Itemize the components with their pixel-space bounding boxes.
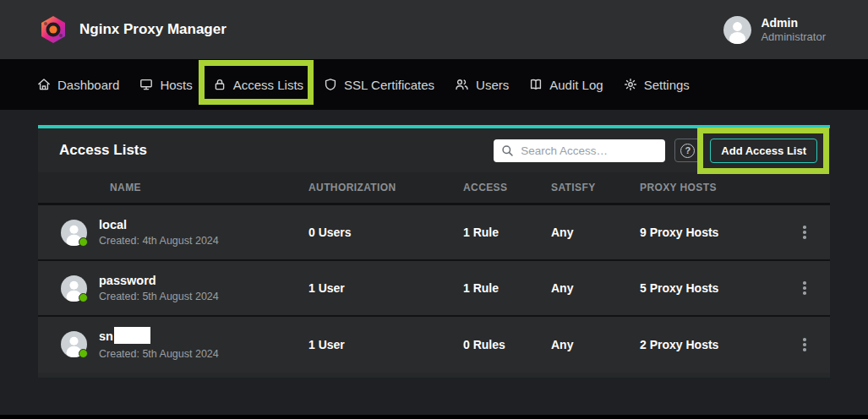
access-value: 1 Rule: [463, 226, 551, 239]
row-avatar: [61, 220, 87, 246]
redaction-box: [114, 327, 150, 344]
nav-label: Dashboard: [57, 78, 119, 92]
app-logo-icon: [39, 15, 68, 44]
help-circle-icon: ?: [680, 144, 695, 158]
gear-icon: [624, 78, 637, 91]
satisfy-value: Any: [551, 226, 640, 239]
user-avatar: [723, 16, 751, 44]
satisfy-value: Any: [551, 281, 640, 295]
access-value: 0 Rules: [463, 338, 551, 351]
top-bar: Nginx Proxy Manager Admin Administrator: [0, 0, 868, 59]
main-nav: Dashboard Hosts Access Lists SSL Certifi…: [0, 59, 868, 110]
lock-icon: [213, 78, 227, 91]
column-header-proxy-hosts: PROXY HOSTS: [640, 182, 779, 193]
table-header-row: NAME AUTHORIZATION ACCESS SATISFY PROXY …: [38, 172, 830, 205]
access-list-created: Created: 5th August 2024: [99, 347, 219, 361]
home-icon: [37, 78, 51, 91]
search-icon: [501, 144, 514, 157]
access-list-name: local: [99, 217, 219, 232]
nav-label: Users: [476, 78, 509, 92]
status-dot: [79, 293, 88, 302]
nav-item-audit-log[interactable]: Audit Log: [529, 78, 603, 92]
authorization-value: 0 Users: [308, 226, 463, 239]
nav-item-dashboard[interactable]: Dashboard: [37, 78, 119, 92]
satisfy-value: Any: [551, 338, 640, 351]
status-dot: [79, 349, 88, 358]
nav-item-ssl-certificates[interactable]: SSL Certificates: [324, 78, 434, 92]
proxy-hosts-value: 2 Proxy Hosts: [640, 338, 779, 351]
access-lists-panel: Access Lists ? Add Access List NAME AUTH…: [38, 125, 830, 378]
access-list-name: sn: [99, 329, 219, 346]
nav-label: Hosts: [160, 78, 192, 92]
access-list-created: Created: 4th August 2024: [99, 234, 219, 248]
nav-item-users[interactable]: Users: [455, 78, 509, 92]
nav-label: SSL Certificates: [344, 78, 434, 92]
authorization-value: 1 User: [308, 338, 463, 351]
nav-label: Access Lists: [233, 78, 303, 92]
nav-label: Settings: [644, 78, 690, 92]
column-header-name: NAME: [38, 182, 308, 193]
row-actions-menu-icon[interactable]: [779, 276, 830, 300]
column-header-satisfy: SATISFY: [551, 182, 640, 193]
proxy-hosts-value: 5 Proxy Hosts: [640, 281, 779, 295]
access-list-created: Created: 5th August 2024: [99, 290, 219, 303]
nav-label: Audit Log: [549, 78, 603, 92]
monitor-icon: [139, 78, 153, 91]
nav-item-hosts[interactable]: Hosts: [139, 78, 192, 92]
app-title: Nginx Proxy Manager: [79, 21, 227, 38]
nav-item-settings[interactable]: Settings: [624, 78, 690, 92]
row-avatar: [61, 275, 87, 302]
column-header-authorization: AUTHORIZATION: [308, 182, 463, 193]
authorization-value: 1 User: [308, 281, 463, 295]
book-icon: [529, 78, 543, 91]
nginx-proxy-manager-app: Nginx Proxy Manager Admin Administrator …: [0, 0, 868, 419]
user-name: Admin: [761, 16, 826, 30]
row-avatar: [61, 331, 87, 357]
row-actions-menu-icon[interactable]: [779, 220, 830, 244]
table-row[interactable]: sn Created: 5th August 2024 1 User 0 Rul…: [38, 317, 830, 373]
page-bottom-edge: [0, 415, 868, 419]
panel-header: Access Lists ? Add Access List: [38, 128, 830, 172]
nav-item-access-lists[interactable]: Access Lists: [213, 78, 303, 92]
status-dot: [79, 237, 88, 247]
column-header-access: ACCESS: [463, 182, 551, 193]
access-value: 1 Rule: [463, 281, 551, 295]
search-box[interactable]: [494, 139, 665, 162]
panel-title: Access Lists: [59, 142, 147, 159]
row-actions-menu-icon[interactable]: [779, 333, 830, 356]
user-role: Administrator: [761, 30, 826, 44]
access-list-name: password: [99, 273, 219, 288]
proxy-hosts-value: 9 Proxy Hosts: [640, 226, 779, 239]
help-button[interactable]: ?: [674, 139, 701, 162]
table-row[interactable]: local Created: 4th August 2024 0 Users 1…: [38, 205, 830, 261]
user-menu[interactable]: Admin Administrator: [723, 16, 826, 44]
users-icon: [455, 78, 469, 91]
table-row[interactable]: password Created: 5th August 2024 1 User…: [38, 261, 830, 317]
shield-icon: [324, 78, 337, 91]
add-access-list-button[interactable]: Add Access List: [710, 139, 817, 163]
search-input[interactable]: [521, 144, 658, 157]
